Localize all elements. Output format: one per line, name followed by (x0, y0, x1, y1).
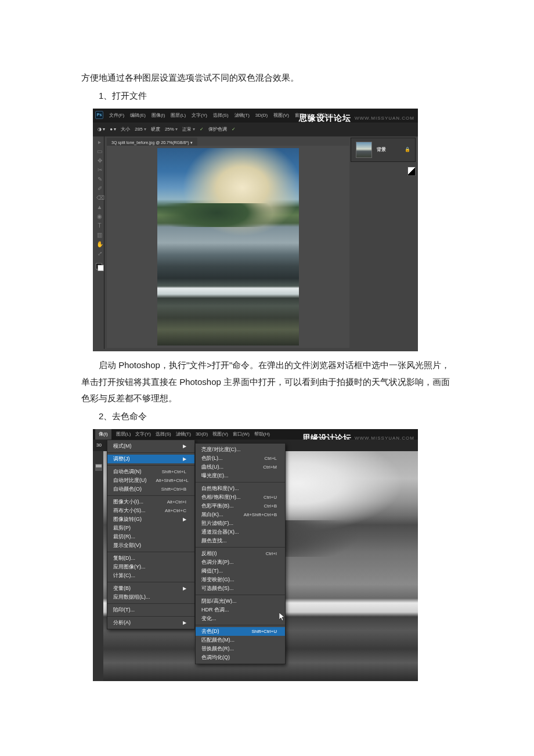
menu-view[interactable]: 视图(V) (273, 111, 289, 120)
menu-filter[interactable]: 滤镜(T) (234, 111, 250, 120)
menu-item[interactable]: 应用数据组(L)... (107, 593, 194, 602)
menu-item[interactable]: 应用图像(Y)... (107, 563, 194, 571)
menu-select[interactable]: 选择(S) (156, 430, 171, 438)
menu-item[interactable]: 匹配颜色(M)... (196, 636, 285, 645)
menu-item[interactable]: 画布大小(S)...Alt+Ctrl+C (107, 506, 194, 515)
tool-eyedropper-icon[interactable]: ✎ (96, 176, 103, 183)
menu-item[interactable]: 反相(I)Ctrl+I (196, 549, 285, 558)
tool-brush-icon[interactable]: ✐ (96, 185, 103, 192)
menu-item[interactable]: 色彩平衡(B)...Ctrl+B (196, 502, 285, 510)
menu-item[interactable]: 亮度/对比度(C)... (196, 445, 285, 454)
size-label: 大小 (121, 125, 130, 134)
tool-lasso-icon[interactable]: ✥ (96, 157, 103, 164)
adjustments-submenu[interactable]: 亮度/对比度(C)...色阶(L)...Ctrl+L曲线(U)...Ctrl+M… (195, 443, 286, 664)
menu-item[interactable]: 自动色调(N)Shift+Ctrl+L (107, 467, 194, 476)
menu-file[interactable]: 文件(F) (109, 111, 124, 120)
menu-item[interactable]: 调整(J)▶ (107, 455, 194, 463)
menu-select[interactable]: 选择(S) (213, 111, 229, 120)
menu-item[interactable]: 可选颜色(S)... (196, 584, 285, 593)
menu-item[interactable]: 分析(A)▶ (107, 618, 194, 627)
menu-3d[interactable]: 3D(D) (196, 430, 208, 438)
menu-item[interactable]: 去色(D)Shift+Ctrl+U (196, 627, 285, 636)
tool-dodge-icon[interactable]: ◉ (96, 213, 103, 220)
menu-image-active[interactable]: 像(I) (95, 429, 111, 440)
menu-filter[interactable]: 滤镜(T) (176, 430, 191, 438)
tool-preset-icon[interactable]: ◑ ▾ (98, 125, 105, 134)
menu-window[interactable]: 窗口(W) (233, 430, 250, 438)
menu-item[interactable]: 曲线(U)...Ctrl+M (196, 463, 285, 471)
canvas[interactable] (107, 146, 349, 348)
layer-lock-icon: 🔒 (405, 145, 410, 154)
tool-eraser-icon[interactable]: ⌫ (96, 195, 103, 201)
menu-type[interactable]: 文字(Y) (135, 430, 151, 438)
menu-item[interactable]: 色阶(L)...Ctrl+L (196, 454, 285, 463)
menu-item[interactable]: 颜色查找... (196, 537, 285, 545)
foreground-background-swatch[interactable] (96, 263, 104, 271)
menu-item[interactable]: 渐变映射(G)... (196, 575, 285, 584)
step-1-label: 1、打开文件 (81, 88, 459, 105)
watermark-zh: 思缘设计论坛 (299, 110, 351, 126)
menu-item[interactable]: 显示全部(V) (107, 541, 194, 550)
menu-item[interactable]: 自动颜色(O)Shift+Ctrl+B (107, 485, 194, 494)
menu-item[interactable]: 计算(C)... (107, 571, 194, 580)
menu-image[interactable]: 图像(I) (151, 111, 165, 120)
image-menu-dropdown[interactable]: 模式(M)▶调整(J)▶自动色调(N)Shift+Ctrl+L自动对比度(U)A… (107, 440, 195, 629)
brush-preview-icon[interactable]: ● ▾ (110, 125, 116, 134)
menu-item[interactable]: 变量(B)▶ (107, 584, 194, 593)
opt-value-a[interactable]: 30 (96, 441, 102, 449)
hardness-value[interactable]: 25% (165, 125, 178, 134)
tool-zoom-icon[interactable]: ⤢ (96, 250, 103, 257)
tool-type-icon[interactable]: T (96, 222, 103, 229)
tool-hand-icon[interactable]: ✋ (96, 241, 103, 248)
menu-item[interactable]: 曝光度(E)... (196, 471, 285, 480)
menu-item[interactable]: 色相/饱和度(H)...Ctrl+U (196, 493, 285, 502)
mode-value[interactable]: 正常 (182, 125, 195, 134)
menu-item[interactable]: 裁切(R)... (107, 532, 194, 541)
sidebar-thumb-icon[interactable] (95, 464, 102, 471)
menu-item[interactable]: 照片滤镜(F)... (196, 519, 285, 528)
tool-shape-icon[interactable]: ▥ (96, 232, 103, 239)
tools-panel: ▸ ▭ ✥ ✂ ✎ ✐ ⌫ ▲ ◉ T ▥ ✋ ⤢ (95, 136, 104, 349)
menu-item[interactable]: 自动对比度(U)Alt+Shift+Ctrl+L (107, 476, 194, 485)
menu-item[interactable]: 色调分离(P)... (196, 558, 285, 567)
layer-name[interactable]: 背景 (377, 145, 386, 154)
protect-checkbox[interactable]: ✓ (200, 125, 204, 134)
menu-item[interactable]: 陷印(T)... (107, 606, 194, 614)
menu-item[interactable]: 色调均化(Q) (196, 653, 285, 662)
menu-type[interactable]: 文字(Y) (192, 111, 207, 120)
tool-crop-icon[interactable]: ✂ (96, 167, 103, 174)
paragraph-1: 启动 Photoshop，执行"文件>打开"命令。在弹出的文件浏览器对话框中选中… (81, 357, 459, 407)
menu-item[interactable]: 阈值(T)... (196, 567, 285, 575)
menu-item[interactable]: 裁剪(P) (107, 524, 194, 532)
tool-marquee-icon[interactable]: ▭ (96, 148, 103, 155)
tool-move-icon[interactable]: ▸ (96, 139, 103, 146)
photoshop-screenshot-2: 像(I) 图层(L) 文字(Y) 选择(S) 滤镜(T) 3D(D) 视图(V)… (93, 429, 418, 681)
color-swatch-icon[interactable] (407, 167, 416, 176)
menu-item[interactable]: 变化... (196, 614, 285, 623)
intro-paragraph: 方便地通过各种图层设置选项尝试不同的双色混合效果。 (81, 70, 459, 87)
menu-view[interactable]: 视图(V) (212, 430, 228, 438)
layer-thumbnail[interactable] (356, 142, 372, 158)
sample-checkbox[interactable]: ✓ (232, 125, 236, 134)
menu-item[interactable]: 黑白(K)...Alt+Shift+Ctrl+B (196, 510, 285, 519)
menu-item[interactable]: 阴影/高光(W)... (196, 597, 285, 606)
menu-layer[interactable]: 图层(L) (116, 430, 131, 438)
menu-item[interactable]: 图像大小(I)...Alt+Ctrl+I (107, 498, 194, 506)
watermark-en: WWW.MISSYUAN.COM (355, 114, 414, 123)
menu-item[interactable]: 图像旋转(G)▶ (107, 515, 194, 524)
menu-item[interactable]: 模式(M)▶ (107, 442, 194, 451)
menu-layer[interactable]: 图层(L) (171, 111, 186, 120)
main-menu-bar: Ps 文件(F) 编辑(E) 图像(I) 图层(L) 文字(Y) 选择(S) 滤… (95, 111, 333, 120)
menu-3d[interactable]: 3D(D) (255, 111, 268, 120)
size-value[interactable]: 285 (135, 125, 146, 134)
menu-edit[interactable]: 编辑(E) (130, 111, 146, 120)
menu-help[interactable]: 帮助(H) (254, 430, 270, 438)
menu-item[interactable]: 替换颜色(R)... (196, 645, 285, 653)
tool-pen-icon[interactable]: ▲ (96, 204, 103, 211)
menu-item[interactable]: 自然饱和度(V)... (196, 484, 285, 493)
layers-panel[interactable]: 背景 🔒 (351, 138, 416, 162)
menu-item[interactable]: 通道混合器(X)... (196, 528, 285, 537)
menu-item[interactable]: HDR 色调... (196, 606, 285, 614)
menu-item[interactable]: 复制(D)... (107, 554, 194, 563)
step-2-label: 2、去色命令 (81, 408, 459, 425)
